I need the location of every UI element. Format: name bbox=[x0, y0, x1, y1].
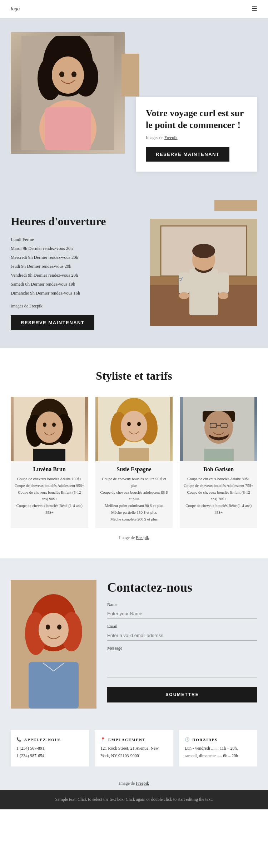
contact-section: Contactez-nous Name Email Message SOUMET… bbox=[0, 558, 268, 730]
info-credit: Image de Freepik bbox=[0, 777, 268, 790]
reserve-button-hero[interactable]: RESERVE MAINTENANT bbox=[146, 147, 229, 162]
contact-right: Contactez-nous Name Email Message SOUMET… bbox=[107, 580, 257, 702]
svg-point-16 bbox=[192, 244, 215, 258]
svg-point-4 bbox=[52, 56, 84, 94]
hours-table: Lundi FerméMardi 9h Dernier rendez-vous … bbox=[11, 235, 139, 298]
hours-section: Heures d'ouverture Lundi FerméMardi 9h D… bbox=[0, 189, 268, 348]
hero-deco-tan bbox=[121, 54, 139, 97]
info-freepik-link[interactable]: Freepik bbox=[136, 781, 149, 786]
hours-title: Heures d'ouverture bbox=[11, 214, 139, 228]
info-box: 📞 APPELEZ-NOUS1 (234) 567-891,1 (234) 98… bbox=[11, 730, 89, 766]
stylist-card: Luvéna BrunCoupe de cheveux bouclés Adul… bbox=[11, 397, 88, 528]
info-box-content: 121 Rock Street, 21 Avenue, NewYork, NY … bbox=[100, 745, 167, 759]
stylists-section: Styliste et tarifs Luvéna BrunCoupe de c… bbox=[0, 348, 268, 558]
stylist-photo bbox=[180, 397, 257, 461]
info-box-title: 📞 APPELEZ-NOUS bbox=[16, 737, 83, 742]
hours-row: Samedi 8h Dernier rendez-vous 19h bbox=[11, 280, 139, 289]
info-box-content: Lun - vendredi ....... 11h – 20h,samedi,… bbox=[185, 745, 252, 759]
name-label: Name bbox=[107, 602, 257, 607]
hours-freepik-link[interactable]: Freepik bbox=[29, 304, 43, 309]
svg-point-20 bbox=[218, 292, 228, 299]
svg-rect-34 bbox=[119, 448, 149, 461]
contact-title: Contactez-nous bbox=[107, 580, 257, 595]
svg-rect-6 bbox=[45, 107, 91, 150]
stylist-photo bbox=[11, 397, 88, 461]
logo: logo bbox=[11, 6, 20, 12]
info-box-title: 🕐 HORAIRES bbox=[185, 737, 252, 742]
hours-row: Lundi Fermé bbox=[11, 235, 139, 244]
info-box-icon: 📍 bbox=[100, 737, 106, 742]
hours-row: Jeudi 9h Dernier rendez-vous 20h bbox=[11, 262, 139, 271]
stylist-photo bbox=[95, 397, 173, 461]
svg-rect-14 bbox=[189, 269, 218, 315]
info-box-title: 📍 EMPLACEMENT bbox=[100, 737, 167, 742]
message-label: Message bbox=[107, 646, 257, 651]
svg-point-25 bbox=[36, 411, 63, 443]
stylist-services: Coupe de cheveux bouclés Adulte 100$+ Co… bbox=[11, 475, 88, 521]
message-input[interactable] bbox=[107, 652, 257, 677]
hours-credit: Images de Freepik bbox=[11, 304, 139, 309]
contact-form: Name Email Message SOUMETTRE bbox=[107, 602, 257, 702]
reserve-button-hours[interactable]: RESERVE MAINTENANT bbox=[11, 315, 94, 330]
svg-point-27 bbox=[43, 423, 46, 427]
svg-point-7 bbox=[59, 71, 64, 77]
hours-row: Mardi 9h Dernier rendez-vous 20h bbox=[11, 244, 139, 253]
stylist-services: Coupe de cheveux bouclés adulte 90 $ et … bbox=[95, 475, 173, 528]
name-input[interactable] bbox=[107, 609, 257, 619]
email-input[interactable] bbox=[107, 631, 257, 641]
hero-photo bbox=[11, 32, 125, 154]
stylists-grid: Luvéna BrunCoupe de cheveux bouclés Adul… bbox=[11, 397, 257, 528]
svg-rect-26 bbox=[33, 449, 65, 461]
stylists-freepik-link[interactable]: Freepik bbox=[136, 535, 149, 540]
svg-point-36 bbox=[137, 422, 141, 426]
info-box-icon: 📞 bbox=[16, 737, 22, 742]
hero-image-wrapper bbox=[11, 32, 132, 154]
footer: Sample text. Click to select the text bo… bbox=[0, 790, 268, 809]
stylist-name: Luvéna Brun bbox=[11, 466, 88, 473]
svg-rect-18 bbox=[218, 272, 229, 294]
info-boxes: 📞 APPELEZ-NOUS1 (234) 567-891,1 (234) 98… bbox=[0, 730, 268, 777]
svg-point-19 bbox=[179, 292, 189, 299]
info-box: 🕐 HORAIRESLun - vendredi ....... 11h – 2… bbox=[179, 730, 257, 766]
stylist-name: Bob Gatison bbox=[180, 466, 257, 473]
menu-icon[interactable]: ☰ bbox=[252, 5, 257, 13]
stylists-title: Styliste et tarifs bbox=[11, 369, 257, 383]
info-box: 📍 EMPLACEMENT121 Rock Street, 21 Avenue,… bbox=[95, 730, 173, 766]
svg-rect-51 bbox=[29, 662, 79, 709]
svg-point-53 bbox=[57, 625, 61, 630]
hours-row: Vendredi 9h Dernier rendez-vous 20h bbox=[11, 271, 139, 280]
svg-rect-17 bbox=[179, 272, 189, 294]
stylist-name: Susie Espagne bbox=[95, 466, 173, 473]
hours-image bbox=[150, 219, 257, 326]
hero-photo-placeholder bbox=[11, 32, 125, 154]
info-box-content: 1 (234) 567-891,1 (234) 987-654 bbox=[16, 745, 83, 759]
navigation: logo ☰ bbox=[0, 0, 268, 18]
info-box-icon: 🕐 bbox=[185, 737, 190, 742]
hero-section: Votre voyage curl est sur le point de co… bbox=[0, 18, 268, 189]
hero-deco-tan-bottom bbox=[214, 200, 257, 211]
submit-button[interactable]: SOUMETTRE bbox=[107, 687, 257, 702]
stylist-services: Coupe de cheveux bouclés Adulte 80$+ Cou… bbox=[180, 475, 257, 521]
contact-image bbox=[11, 580, 96, 709]
hero-card: Votre voyage curl est sur le point de co… bbox=[136, 97, 257, 172]
stylist-card: Susie EspagneCoupe de cheveux bouclés ad… bbox=[95, 397, 173, 528]
freepik-link[interactable]: Freepik bbox=[164, 135, 178, 140]
svg-point-33 bbox=[121, 411, 147, 442]
email-label: Email bbox=[107, 624, 257, 629]
stylists-credit: Image de Freepik bbox=[11, 535, 257, 541]
svg-rect-40 bbox=[204, 449, 234, 461]
svg-point-52 bbox=[46, 625, 50, 630]
hours-row: Mercredi 9h Dernier rendez-vous 20h bbox=[11, 253, 139, 262]
footer-text: Sample text. Click to select the text bo… bbox=[55, 797, 213, 802]
hours-row: Dimanche 9h Dernier rendez-vous 16h bbox=[11, 289, 139, 298]
stylist-card: Bob GatisonCoupe de cheveux bouclés Adul… bbox=[180, 397, 257, 528]
svg-point-8 bbox=[71, 71, 76, 77]
svg-point-28 bbox=[52, 423, 56, 427]
hours-left: Heures d'ouverture Lundi FerméMardi 9h D… bbox=[11, 214, 139, 330]
svg-point-50 bbox=[39, 613, 69, 647]
hero-images-credit: Images de Freepik bbox=[146, 135, 247, 140]
hero-title: Votre voyage curl est sur le point de co… bbox=[146, 108, 247, 131]
svg-point-35 bbox=[127, 422, 131, 426]
